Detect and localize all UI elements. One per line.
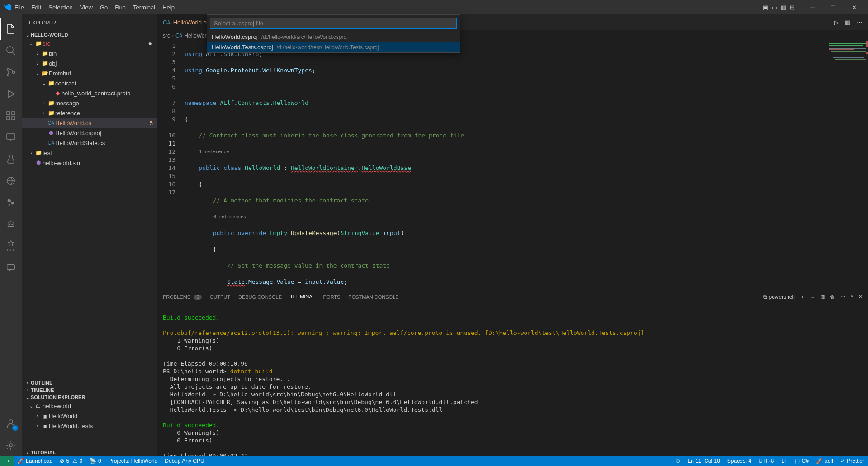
explorer-icon[interactable] [0, 18, 22, 40]
code-editor[interactable]: 1234 5678 91011 12131415 1617 using AElf… [157, 41, 868, 289]
folder-reference[interactable]: › 📁 reference [22, 108, 157, 118]
close-window-button[interactable]: ✕ [844, 4, 864, 11]
svg-rect-13 [8, 222, 14, 226]
status-debug-config[interactable]: Debug Any CPU [161, 456, 208, 466]
activity-bar: GPT 1 [0, 14, 22, 456]
explorer-more-icon[interactable]: ⋯ [145, 19, 150, 25]
svg-point-14 [9, 224, 10, 225]
folder-bin[interactable]: › 📁 bin [22, 48, 157, 58]
minimize-button[interactable]: ─ [802, 4, 823, 11]
status-spaces[interactable]: Spaces: 4 [724, 456, 755, 466]
svg-rect-8 [7, 134, 15, 139]
source-control-icon[interactable] [0, 61, 22, 83]
svg-point-3 [13, 71, 15, 74]
menu-view[interactable]: View [76, 3, 96, 12]
solution-explorer-section[interactable]: ⌄SOLUTION EXPLORER [22, 394, 157, 401]
layout-customize-icon[interactable]: ⊞ [790, 4, 795, 11]
quick-pick-item-1[interactable]: HelloWorld.csproj /d:/hello-world/src/He… [207, 32, 460, 42]
tutorial-section[interactable]: ›TUTORIAL [22, 449, 157, 456]
comment-icon[interactable] [0, 257, 22, 278]
panel-tab-problems[interactable]: PROBLEMS 5 [163, 292, 202, 301]
menu-selection[interactable]: Selection [45, 3, 76, 12]
outline-section[interactable]: ›OUTLINE [22, 379, 157, 386]
codelens-references[interactable]: 0 references [185, 213, 827, 221]
solution-root[interactable]: ⌄ 🗀 hello-world [22, 401, 157, 411]
svg-rect-4 [7, 112, 10, 115]
minimap[interactable] [827, 41, 868, 289]
status-language[interactable]: { } C# [791, 456, 812, 466]
status-line-col[interactable]: Ln 11, Col 10 [684, 456, 723, 466]
project-root[interactable]: ⌄ HELLO-WORLD [22, 31, 157, 38]
search-icon[interactable] [0, 40, 22, 61]
menu-go[interactable]: Go [96, 3, 111, 12]
maximize-button[interactable]: ☐ [823, 4, 844, 11]
menu-file[interactable]: File [11, 3, 28, 12]
quick-pick-input[interactable] [210, 18, 457, 29]
status-prettier[interactable]: ✓ Prettier [837, 456, 868, 466]
status-eol[interactable]: LF [778, 456, 791, 466]
status-encoding[interactable]: UTF-8 [755, 456, 778, 466]
menu-terminal[interactable]: Terminal [129, 3, 159, 12]
file-helloworld-cs[interactable]: C# HelloWorld.cs 5 [22, 118, 157, 128]
gpt-icon[interactable]: GPT [0, 235, 22, 257]
panel-tab-postman[interactable]: POSTMAN CONSOLE [348, 292, 398, 301]
menu-edit[interactable]: Edit [28, 3, 45, 12]
close-panel-icon[interactable]: ✕ [859, 294, 863, 300]
folder-contract[interactable]: ⌄ 📁 contract [22, 78, 157, 88]
quick-pick-item-2[interactable]: HelloWorld.Tests.csproj /d:/hello-world/… [207, 42, 460, 52]
svg-rect-5 [7, 117, 10, 120]
file-proto[interactable]: ◆ hello_world_contract.proto [22, 88, 157, 98]
panel-tab-debug[interactable]: DEBUG CONSOLE [238, 292, 282, 301]
remote-explorer-icon[interactable] [0, 127, 22, 148]
panel-tab-ports[interactable]: PORTS [323, 292, 341, 301]
terminal-dropdown-icon[interactable]: ⌄ [811, 294, 815, 300]
file-helloworldstate-cs[interactable]: C# HelloWorldState.cs [22, 138, 157, 148]
layout-primary-sidebar-icon[interactable]: ▣ [763, 4, 768, 11]
bottom-panel: PROBLEMS 5 OUTPUT DEBUG CONSOLE TERMINAL… [157, 289, 868, 456]
folder-protobuf[interactable]: ⌄ 📂 Protobuf [22, 68, 157, 78]
folder-src[interactable]: ⌄ 📁 src ● [22, 38, 157, 48]
maximize-panel-icon[interactable]: ^ [851, 294, 853, 300]
terminal-content[interactable]: Build succeeded. Protobuf/reference/acs1… [157, 304, 868, 456]
codelens-references[interactable]: 1 reference [185, 148, 827, 156]
svg-rect-16 [7, 265, 15, 270]
status-launchpad[interactable]: 🚀 Launchpad [14, 456, 56, 466]
code-content[interactable]: using AElf.Sdk.CSharp; using Google.Prot… [185, 41, 827, 289]
solution-project-1[interactable]: › ▣ HelloWorld [22, 411, 157, 421]
status-output-icon[interactable]: ⦾ [672, 456, 684, 466]
testing-icon[interactable] [0, 148, 22, 170]
timeline-section[interactable]: ›TIMELINE [22, 386, 157, 394]
terminal-shell-label[interactable]: ⧉ powershell [763, 294, 795, 300]
accounts-icon[interactable]: 1 [0, 413, 22, 434]
run-icon[interactable]: ▷ [834, 19, 839, 26]
extensions-icon[interactable] [0, 105, 22, 127]
live-preview-icon[interactable] [0, 170, 22, 192]
file-sln[interactable]: ⬢ hello-world.sln [22, 158, 157, 168]
split-terminal-icon[interactable]: ▥ [820, 294, 825, 300]
layout-panel-icon[interactable]: ▭ [772, 4, 777, 11]
split-editor-icon[interactable]: ▥ [845, 19, 850, 26]
status-aelf[interactable]: 🚀 aelf [812, 456, 837, 466]
terminal-more-icon[interactable]: ⋯ [840, 294, 845, 300]
new-terminal-icon[interactable]: ＋ [800, 293, 805, 300]
tab-more-icon[interactable]: ⋯ [857, 19, 863, 26]
layout-secondary-sidebar-icon[interactable]: ▥ [781, 4, 786, 11]
status-ports[interactable]: 📡 0 [86, 456, 105, 466]
file-helloworld-csproj[interactable]: ⬢ HelloWorld.csproj [22, 128, 157, 138]
status-problems[interactable]: ⊘ 5 ⚠ 0 [56, 456, 86, 466]
panel-tab-output[interactable]: OUTPUT [210, 292, 230, 301]
settings-gear-icon[interactable] [0, 434, 22, 456]
run-debug-icon[interactable] [0, 83, 22, 105]
folder-message[interactable]: › 📁 message [22, 98, 157, 108]
panel-tab-terminal[interactable]: TERMINAL [290, 292, 315, 301]
folder-obj[interactable]: › 📁 obj [22, 58, 157, 68]
kill-terminal-icon[interactable]: 🗑 [830, 294, 835, 300]
aelf-icon[interactable] [0, 192, 22, 213]
remote-indicator[interactable] [0, 456, 14, 466]
status-projects[interactable]: Projects: HelloWorld [105, 456, 161, 466]
solution-project-2[interactable]: › ▣ HelloWorld.Tests [22, 421, 157, 431]
bot-icon[interactable] [0, 213, 22, 235]
menu-run[interactable]: Run [111, 3, 129, 12]
menu-help[interactable]: Help [159, 3, 178, 12]
folder-test[interactable]: › 📁 test [22, 148, 157, 158]
